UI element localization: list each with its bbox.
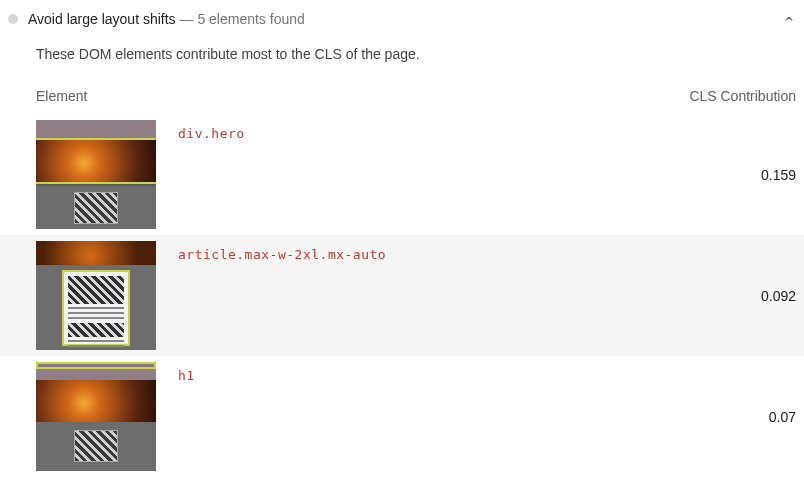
audit-description: These DOM elements contribute most to th… [0, 38, 804, 80]
audit-header[interactable]: Avoid large layout shifts — 5 elements f… [0, 0, 804, 38]
element-thumbnail [36, 362, 156, 471]
element-selector: h1 [178, 362, 704, 383]
cls-contribution: 0.092 [726, 288, 796, 304]
audit-title: Avoid large layout shifts — 5 elements f… [28, 11, 305, 27]
table-row: div.hero 0.159 [0, 114, 804, 235]
element-thumbnail [36, 241, 156, 350]
chevron-up-icon [782, 12, 796, 26]
audit-title-text: Avoid large layout shifts [28, 11, 176, 27]
cls-contribution: 0.159 [726, 167, 796, 183]
status-dot-icon [8, 14, 18, 24]
table-row: article.max-w-2xl.mx-auto 0.092 [0, 235, 804, 356]
element-selector: article.max-w-2xl.mx-auto [178, 241, 704, 262]
element-thumbnail [36, 120, 156, 229]
element-selector: div.hero [178, 120, 704, 141]
table-header: Element CLS Contribution [0, 80, 804, 114]
collapse-toggle[interactable] [778, 8, 800, 30]
table-row: h1 0.07 [0, 356, 804, 477]
audit-separator: — [176, 11, 198, 27]
col-element: Element [36, 88, 87, 104]
audit-subtitle: 5 elements found [197, 11, 304, 27]
col-contrib: CLS Contribution [689, 88, 796, 104]
cls-contribution: 0.07 [726, 409, 796, 425]
